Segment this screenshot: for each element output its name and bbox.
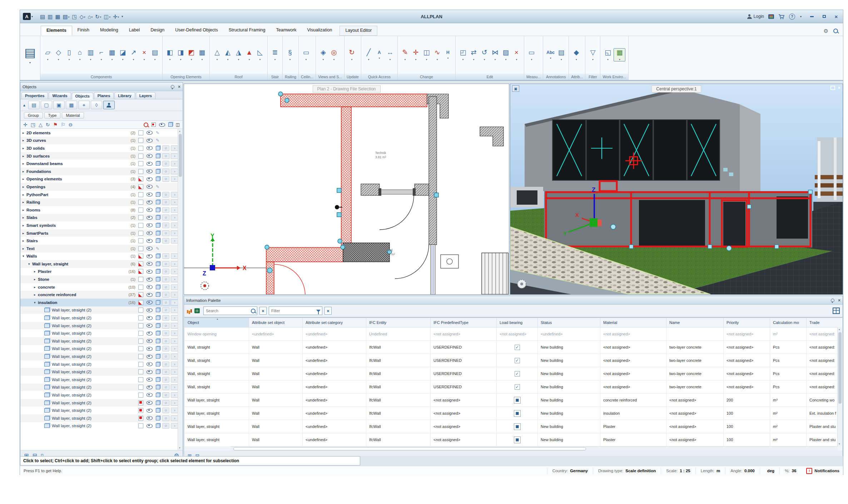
- table-cell[interactable]: <not assigned>: [724, 354, 770, 367]
- menu-tab[interactable]: Finish: [72, 26, 95, 36]
- wave-edit-tool-icon[interactable]: ∿: [432, 49, 442, 61]
- info-toggle-icon[interactable]: ◑: [171, 192, 178, 198]
- table-cell[interactable]: two-layer concrete: [666, 367, 724, 380]
- isolate-toggle-icon[interactable]: ⊘: [162, 369, 169, 375]
- info-toggle-icon[interactable]: ◑: [171, 361, 178, 367]
- expand-arrow-icon[interactable]: ▸: [23, 200, 26, 204]
- column-header[interactable]: Attribute set object: [249, 318, 303, 328]
- selection-checkbox[interactable]: [138, 323, 143, 328]
- status-field[interactable]: Scale: 1 : 25: [661, 468, 695, 474]
- table-cell[interactable]: USERDEFINED: [431, 367, 497, 380]
- info-toggle-icon[interactable]: ◑: [171, 238, 178, 244]
- table-cell[interactable]: Wall layer, straight: [185, 407, 249, 420]
- tree-row[interactable]: ▸ 2D elements (2) ⊘ ◑: [20, 129, 178, 137]
- selection-checkbox[interactable]: [138, 261, 143, 266]
- visibility-eye-icon[interactable]: [147, 316, 153, 320]
- tree-row[interactable]: ▸ Rooms (8) ⊘ ◑: [20, 206, 178, 214]
- info-toggle-icon[interactable]: ◑: [171, 408, 178, 413]
- isolate-toggle-icon[interactable]: ⊘: [162, 145, 169, 151]
- info-toggle-icon[interactable]: ◑: [171, 384, 178, 390]
- info-toggle-icon[interactable]: ◑: [171, 292, 178, 298]
- table-cell[interactable]: <not assigned>: [724, 341, 770, 354]
- clear-search-button[interactable]: ×: [259, 307, 267, 315]
- table-cell[interactable]: Plaster: [600, 420, 666, 433]
- restore-button[interactable]: [820, 14, 828, 19]
- window-tool-icon[interactable]: ◨: [176, 49, 185, 61]
- selection-checkbox[interactable]: [138, 285, 143, 290]
- table-cell[interactable]: Wall layer, straight: [185, 433, 249, 446]
- pan-icon[interactable]: ✛: [23, 122, 28, 127]
- column-header[interactable]: Material: [600, 318, 666, 328]
- selection-checkbox[interactable]: [138, 416, 143, 421]
- info-toggle-icon[interactable]: ◑: [171, 369, 178, 375]
- dimension-tool-icon[interactable]: ↔: [385, 49, 395, 61]
- tree-row[interactable]: ▸ Stairs (1) ⊘ ◑: [20, 237, 178, 245]
- column-header[interactable]: Attribute set category: [303, 318, 366, 328]
- visibility-eye-icon[interactable]: [147, 262, 153, 266]
- representation-icon[interactable]: [156, 246, 161, 251]
- menu-tab[interactable]: Visualization: [302, 26, 337, 36]
- isolate-toggle-icon[interactable]: ⊘: [162, 215, 169, 220]
- table-cell[interactable]: IfcWall: [366, 394, 431, 407]
- info-toggle-icon[interactable]: ◑: [171, 338, 178, 344]
- visibility-eye-icon[interactable]: [147, 154, 153, 158]
- visibility-eye-icon[interactable]: [147, 347, 153, 351]
- info-toggle-icon[interactable]: ◑: [171, 215, 178, 220]
- table-cell[interactable]: <undefined>: [303, 420, 366, 433]
- representation-icon[interactable]: [156, 416, 161, 420]
- selection-checkbox[interactable]: [138, 208, 143, 213]
- copy-tool-icon[interactable]: ◰: [458, 49, 468, 61]
- tree-row[interactable]: Wall layer, straight (2) ⊘ ◑: [20, 368, 178, 376]
- table-cell[interactable]: <undefined>: [303, 407, 366, 420]
- info-toggle-icon[interactable]: ◑: [171, 176, 178, 182]
- expand-arrow-icon[interactable]: ▾: [34, 301, 38, 304]
- stair-tool-icon[interactable]: ≣: [270, 49, 280, 61]
- table-cell[interactable]: <not assigned>: [724, 328, 770, 341]
- tree-scrollbar[interactable]: [178, 129, 183, 450]
- selection-checkbox[interactable]: [138, 400, 143, 405]
- shop-cart-icon[interactable]: [778, 14, 785, 19]
- selection-checkbox[interactable]: [138, 215, 143, 220]
- info-toggle-icon[interactable]: ◑: [171, 300, 178, 305]
- expand-arrow-icon[interactable]: ▸: [23, 239, 26, 243]
- sort-tag-icon[interactable]: ◊: [91, 101, 102, 109]
- grouping-chip[interactable]: Type: [44, 112, 61, 119]
- table-cell[interactable]: Pcs: [770, 367, 807, 380]
- collapse-icon[interactable]: ▲: [23, 103, 26, 107]
- measure-tool-icon[interactable]: ▭: [527, 49, 536, 61]
- export-excel-icon[interactable]: [194, 308, 200, 313]
- pin-icon[interactable]: [831, 299, 834, 302]
- move-tool-icon[interactable]: ⇄: [469, 49, 478, 61]
- info-toggle-icon[interactable]: ◑: [171, 330, 178, 336]
- visibility-eye-icon[interactable]: [147, 308, 153, 312]
- palette-tab[interactable]: Objects: [72, 93, 93, 99]
- table-row[interactable]: Window opening<undefined><undefined>Unde…: [185, 328, 843, 341]
- rotate-tool-icon[interactable]: ↺: [480, 49, 489, 61]
- isolate-toggle-icon[interactable]: ⊘: [162, 423, 169, 429]
- toggle-2d3d-icon[interactable]: ◫: [176, 122, 180, 127]
- visibility-eye-icon[interactable]: [147, 424, 153, 428]
- table-cell[interactable]: <not assigned>: [497, 328, 538, 341]
- search-icon[interactable]: [251, 309, 256, 313]
- representation-icon[interactable]: [156, 239, 161, 243]
- table-cell[interactable]: [497, 394, 538, 407]
- info-toggle-icon[interactable]: ◑: [171, 276, 178, 282]
- representation-icon[interactable]: [156, 393, 161, 397]
- isolate-toggle-icon[interactable]: ⊘: [162, 230, 169, 236]
- table-cell[interactable]: <not assigned>: [431, 420, 497, 433]
- table-cell[interactable]: Wall: [249, 420, 303, 433]
- tree-row[interactable]: Wall layer, straight (2) ⊘ ◑: [20, 384, 178, 391]
- tree-row[interactable]: Wall layer, straight (2) ⊘ ◑: [20, 414, 178, 422]
- table-cell[interactable]: Wall, straight: [185, 341, 249, 354]
- representation-icon[interactable]: [156, 316, 161, 320]
- table-cell[interactable]: <not assigned:: [807, 367, 843, 380]
- table-cell[interactable]: IfcWall: [366, 380, 431, 394]
- representation-icon[interactable]: [156, 401, 161, 405]
- table-cell[interactable]: <not assigned>: [666, 433, 724, 446]
- roof-covering-tool-icon[interactable]: ◺: [255, 49, 265, 61]
- isolate-toggle-icon[interactable]: ⊘: [162, 169, 169, 174]
- isolate-toggle-icon[interactable]: ⊘: [162, 276, 169, 282]
- selection-checkbox[interactable]: [138, 238, 143, 243]
- flag-red-icon[interactable]: ⚑: [53, 122, 58, 127]
- info-toggle-icon[interactable]: ◑: [171, 199, 178, 205]
